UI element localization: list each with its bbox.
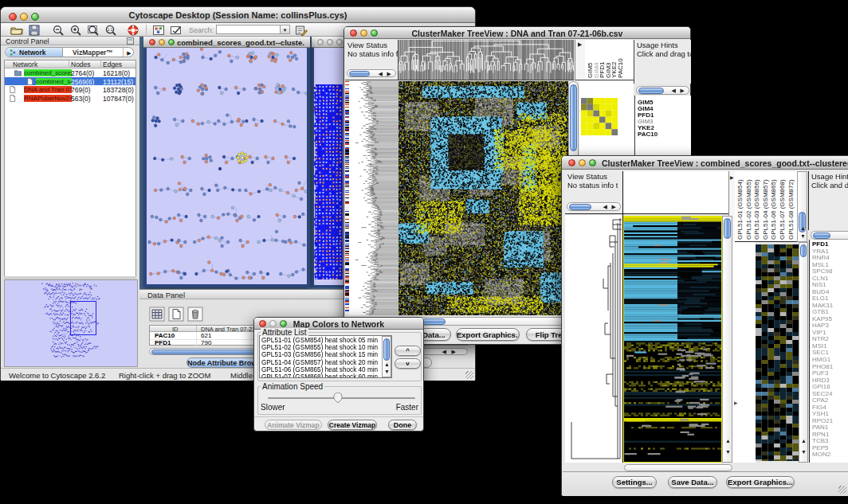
attribute-list-item[interactable]: GPL51-04 (GSM857) heat shock 20 min <box>261 359 391 366</box>
scroll-right-arrow[interactable]: ▶ <box>612 204 616 210</box>
minimize-button[interactable] <box>579 159 586 166</box>
zoom-actual-icon[interactable]: 1:1 <box>104 25 117 36</box>
attribute-list-item[interactable]: GPL51-07 (GSM868) heat shock 60 min <box>261 373 391 378</box>
tv2-zoom-heatmap[interactable] <box>756 244 799 461</box>
col-header-nodes[interactable]: Nodes <box>71 61 91 68</box>
float-panel-icon[interactable] <box>127 37 134 45</box>
scroll-left-arrow[interactable]: ◀ <box>379 71 383 77</box>
minimize-button[interactable] <box>159 39 165 45</box>
attribute-list-item[interactable]: GPL51-02 (GSM855) heat shock 10 min <box>261 344 391 351</box>
move-up-button[interactable]: ^ <box>395 346 421 356</box>
create-attribute-icon[interactable] <box>168 307 184 322</box>
tv2-export-graphics-button[interactable]: Export Graphics... <box>726 476 795 488</box>
network-list-row[interactable]: DNA and Tran 07769(0)183728(0) <box>5 85 135 94</box>
tab-network[interactable]: Network <box>6 48 63 57</box>
zoom-out-icon[interactable] <box>52 25 65 36</box>
main-title-bar[interactable]: Cytoscape Desktop (Session Name: collins… <box>1 7 475 23</box>
delete-attribute-icon[interactable] <box>187 307 203 322</box>
scroll-down-arrow[interactable]: ▼ <box>801 449 807 455</box>
tv1-title-bar[interactable]: ClusterMaker TreeView : DNA and Tran 07-… <box>344 27 690 39</box>
tv2-column-label[interactable]: GPL51-02 (GSM855) <box>745 179 752 240</box>
create-vizmap-button[interactable]: Create Vizmap <box>328 420 377 430</box>
minimize-button[interactable] <box>327 39 333 45</box>
tv2-column-label[interactable]: GPL51-04 (GSM857) <box>762 179 769 240</box>
help-lifering-icon[interactable] <box>127 25 139 36</box>
search-input[interactable] <box>216 25 281 34</box>
tv2-save-data-button[interactable]: Save Data... <box>668 476 717 488</box>
speed-slider-thumb[interactable] <box>333 393 343 404</box>
tv2-row-dendrogram[interactable] <box>565 215 622 463</box>
save-icon[interactable] <box>28 25 41 36</box>
attribute-listbox[interactable]: GPL51-01 (GSM854) heat shock 05 minGPL51… <box>259 335 392 378</box>
tv1-column-label[interactable]: PAC10 <box>617 58 624 78</box>
tab-overflow-button[interactable]: ▶ <box>124 48 134 57</box>
scroll-left-arrow[interactable]: ◀ <box>603 204 607 210</box>
search-config-icon[interactable] <box>295 25 308 36</box>
tv2-usage-hscroll[interactable] <box>811 231 848 240</box>
scroll-right-arrow[interactable]: ▶ <box>452 349 456 355</box>
tv1-zoom-heatmap[interactable] <box>581 98 618 135</box>
scroll-left-arrow[interactable]: ◀ <box>672 88 676 94</box>
network-list-row[interactable]: RNAPuberNov2+!563(0)107847(0) <box>5 94 135 103</box>
tv1-viewstatus-hscroll[interactable]: ◀ ▶ <box>347 69 396 77</box>
tv2-column-dendrogram[interactable] <box>623 171 728 214</box>
col-header-network[interactable]: Network <box>13 61 37 68</box>
network-list-row[interactable]: combined_scores_2764(0)16218(0) <box>5 68 135 77</box>
network1-title-bar[interactable]: combined_scores_good.txt--cluste... <box>143 37 310 48</box>
scroll-up-arrow[interactable]: ▲ <box>800 225 806 232</box>
close-button[interactable] <box>149 39 155 45</box>
network-graph-view[interactable] <box>147 48 307 284</box>
attribute-list-item[interactable]: GPL51-06 (GSM865) heat shock 40 min <box>261 366 391 373</box>
network-list-row[interactable]: combined_sco2569(6)13112(15) <box>5 77 135 86</box>
tv2-global-heatmap[interactable] <box>623 216 722 463</box>
scroll-right-arrow[interactable]: ▶ <box>681 88 685 94</box>
tv2-column-label[interactable]: GPL51-01 (GSM854) <box>736 179 744 240</box>
dense-network-graph[interactable] <box>314 84 343 279</box>
tv1-label-scroll-strip[interactable]: ▶ <box>575 40 585 80</box>
close-button[interactable] <box>317 39 324 45</box>
search-dropdown-button[interactable]: ▾ <box>280 25 290 34</box>
scroll-down-arrow[interactable]: ▼ <box>725 449 731 455</box>
attribute-select-icon[interactable] <box>149 307 165 322</box>
open-folder-icon[interactable] <box>10 25 23 36</box>
tv2-zoom-vscroll[interactable]: ▲ ▼ <box>799 242 808 463</box>
tv2-label-vscroll[interactable]: ▲ ▼ <box>797 171 807 242</box>
tv2-viewstatus-hscroll[interactable]: ◀ ▶ <box>567 202 621 211</box>
col-header-edges[interactable]: Edges <box>103 61 122 68</box>
tv2-heatmap-hscroll[interactable] <box>624 464 732 471</box>
attribute-list-item[interactable]: GPL51-01 (GSM854) heat shock 05 min <box>261 337 391 344</box>
tv2-column-label[interactable]: GPL51-06 (GSM865) <box>770 179 777 240</box>
attribute-list-vscroll[interactable]: ▲ ▼ <box>382 336 391 377</box>
zoom-button[interactable] <box>589 159 596 166</box>
close-button[interactable] <box>568 159 575 166</box>
main-resize-grip[interactable] <box>465 371 473 379</box>
tv1-global-heatmap[interactable] <box>398 81 568 315</box>
zoom-in-icon[interactable] <box>69 25 82 36</box>
tv2-title-bar[interactable]: ClusterMaker TreeView : combined_scores_… <box>562 156 848 170</box>
tv2-row-label[interactable]: MON2 <box>812 451 830 459</box>
attribute-list-item[interactable]: GPL51-03 (GSM856) heat shock 15 min <box>261 351 391 358</box>
tv2-heatmap-vscroll[interactable]: ▲ ▼ <box>722 216 732 463</box>
tv2-column-label[interactable]: GPL51-07 (GSM868) <box>779 179 786 240</box>
scroll-down-arrow[interactable]: ▼ <box>800 233 806 240</box>
scroll-up-arrow[interactable]: ▲ <box>801 438 807 444</box>
done-button[interactable]: Done <box>388 420 417 430</box>
tv1-row-dendrogram[interactable] <box>354 81 398 315</box>
tv1-column-dendrogram[interactable] <box>398 40 574 80</box>
annotation-icon[interactable] <box>170 25 183 36</box>
tv2-column-label[interactable]: GPL51-03 (GSM856) <box>753 179 760 240</box>
zoom-button[interactable] <box>168 39 175 45</box>
network-overview-minimap[interactable] <box>4 279 138 367</box>
overview-grid-icon[interactable] <box>152 25 165 36</box>
move-down-button[interactable]: v <box>395 358 421 369</box>
tv2-resize-grip[interactable] <box>838 486 846 494</box>
tv1-zoom-row-label[interactable]: PAC10 <box>638 131 658 138</box>
scroll-left-arrow[interactable]: ◀ <box>442 349 446 355</box>
tv2-settings-button[interactable]: Settings... <box>612 476 657 488</box>
scroll-up-arrow[interactable]: ▲ <box>725 438 731 444</box>
tv2-column-label[interactable]: GPL51-08 (GSM872) <box>787 179 795 240</box>
scroll-up-arrow[interactable]: ▲ <box>384 361 390 368</box>
animate-vizmap-button[interactable]: Animate Vizmap <box>265 420 322 430</box>
scroll-down-arrow[interactable]: ▼ <box>384 369 390 375</box>
tv1-export-graphics-button[interactable]: Export Graphics... <box>456 328 520 341</box>
